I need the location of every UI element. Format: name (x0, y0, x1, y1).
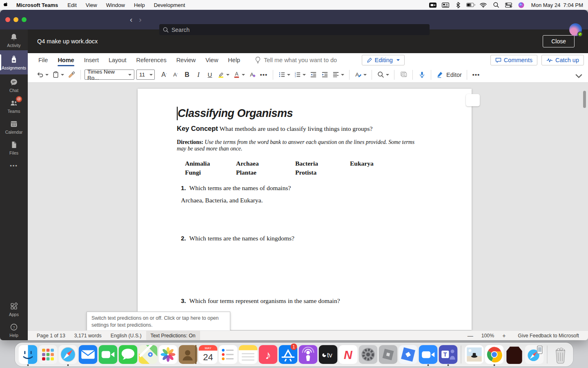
tab-file[interactable]: File (33, 53, 53, 67)
collapse-ribbon-button[interactable] (573, 71, 584, 82)
zoom-out-button[interactable]: — (462, 332, 479, 339)
menu-development[interactable]: Development (149, 2, 190, 8)
bluetooth-icon[interactable] (454, 2, 463, 8)
dock-icon-messages[interactable] (118, 343, 138, 366)
decrease-indent-button[interactable] (308, 69, 318, 81)
numbered-list-button[interactable]: 123 (292, 69, 307, 81)
tab-view[interactable]: View (200, 53, 223, 67)
dock-icon-launchpad[interactable] (38, 343, 58, 366)
tab-review[interactable]: Review (172, 53, 201, 67)
document-page[interactable]: Classifying Organisms Key Concept What m… (138, 89, 472, 330)
dock-icon-maps[interactable] (138, 343, 158, 366)
dock-icon-system-preferences[interactable] (358, 343, 378, 366)
dock-icon-news[interactable]: N (338, 343, 358, 366)
dock-icon-photo-file[interactable] (464, 343, 484, 366)
avatar[interactable]: ✓ (569, 23, 582, 36)
menu-edit[interactable]: Edit (63, 2, 81, 8)
catch-up-button[interactable]: Catch up (541, 55, 584, 65)
control-center-icon[interactable] (504, 2, 513, 8)
word-count[interactable]: 3,171 words (70, 333, 106, 339)
spotlight-search-icon[interactable] (492, 2, 501, 8)
editor-button[interactable]: Editor (435, 69, 463, 81)
menu-help[interactable]: Help (129, 2, 149, 8)
sidebar-item-chat[interactable]: Chat (0, 74, 28, 95)
keyboard-input-icon[interactable] (441, 2, 450, 8)
font-name-combo[interactable]: Times New Ro... (85, 70, 134, 80)
tab-help[interactable]: Help (223, 53, 245, 67)
forward-button[interactable]: › (139, 15, 141, 24)
grow-font-button[interactable]: Aˆ (159, 69, 169, 81)
collapsed-pane-button[interactable] (466, 94, 480, 106)
dock-icon-reminders[interactable] (218, 343, 238, 366)
font-color-button[interactable]: A (232, 69, 246, 81)
dock-icon-safari[interactable] (58, 343, 78, 366)
page-count[interactable]: Page 1 of 13 (32, 333, 70, 339)
search-input[interactable]: Search (159, 24, 430, 35)
bullet-list-button[interactable] (277, 69, 292, 81)
underline-button[interactable]: U (205, 69, 215, 81)
dock-icon-roblox[interactable] (378, 343, 398, 366)
sidebar-item-assignments[interactable]: Assignments (0, 50, 28, 74)
sidebar-item-help[interactable]: ? Help (0, 319, 28, 340)
apple-menu-icon[interactable] (0, 1, 12, 9)
more-font-options-button[interactable]: ••• (258, 69, 269, 81)
find-button[interactable] (376, 69, 390, 81)
dock-icon-trash[interactable] (550, 343, 570, 366)
font-size-combo[interactable]: 11 (136, 70, 155, 80)
alignment-button[interactable] (331, 69, 345, 81)
dock-icon-facetime[interactable] (98, 343, 118, 366)
zoom-level[interactable]: 100% (479, 333, 497, 339)
tab-references[interactable]: References (131, 53, 171, 67)
close-document-button[interactable]: Close (543, 35, 575, 47)
dock-icon-zoom[interactable] (418, 343, 438, 366)
dock-icon-apple-tv[interactable]: tv (318, 343, 338, 366)
tell-me-button[interactable]: Tell me what you want to do (255, 56, 337, 64)
italic-button[interactable]: I (193, 69, 204, 81)
dock-icon-teams[interactable]: T (438, 343, 458, 366)
comments-button[interactable]: Comments (490, 55, 537, 65)
sidebar-item-activity[interactable]: Activity (0, 29, 28, 50)
editing-mode-dropdown[interactable]: Editing (362, 55, 405, 65)
immersive-reader-button[interactable] (398, 69, 409, 81)
zoom-in-button[interactable]: + (497, 332, 511, 339)
sidebar-item-files[interactable]: Files (0, 137, 28, 158)
menu-view[interactable]: View (81, 2, 102, 8)
dock-icon-app-store[interactable]: 1 (278, 343, 298, 366)
more-toolbar-button[interactable]: ••• (471, 69, 481, 81)
undo-button[interactable] (35, 69, 50, 81)
menu-app-name[interactable]: Microsoft Teams (12, 2, 63, 8)
tab-home[interactable]: Home (53, 53, 79, 67)
dock-icon-calendar[interactable]: MAY24 (198, 343, 218, 366)
dock-icon-finder[interactable] (18, 343, 38, 366)
increase-indent-button[interactable] (319, 69, 330, 81)
dock-icon-podcasts[interactable] (298, 343, 318, 366)
wifi-icon[interactable] (479, 2, 488, 8)
sidebar-item-apps[interactable]: Apps (0, 298, 28, 319)
dock-icon-roblox-studio[interactable] (398, 343, 418, 366)
zoom-window-button[interactable] (22, 17, 27, 22)
feedback-link[interactable]: Give Feedback to Microsoft (511, 333, 588, 339)
tab-layout[interactable]: Layout (104, 53, 131, 67)
sidebar-item-calendar[interactable]: Calendar (0, 116, 28, 137)
minimize-window-button[interactable] (13, 17, 18, 22)
dock-icon-notes[interactable] (238, 343, 258, 366)
dock-icon-photos[interactable] (158, 343, 178, 366)
menu-window[interactable]: Window (102, 2, 129, 8)
close-window-button[interactable] (5, 17, 10, 22)
dock-icon-mail[interactable] (78, 343, 98, 366)
shrink-font-button[interactable]: Aˇ (170, 69, 181, 81)
dock-icon-contacts[interactable] (178, 343, 198, 366)
video-status-icon[interactable] (428, 2, 437, 8)
language-indicator[interactable]: English (U.S.) (106, 333, 146, 339)
siri-icon[interactable] (517, 2, 526, 8)
dock-icon-chrome[interactable] (484, 343, 504, 366)
battery-charging-icon[interactable] (466, 2, 475, 8)
paste-button[interactable] (51, 69, 65, 81)
styles-button[interactable]: A (353, 69, 368, 81)
sidebar-more-button[interactable]: ••• (0, 158, 28, 174)
bold-button[interactable]: B (182, 69, 192, 81)
dock-icon-simulator[interactable] (524, 343, 544, 366)
dock-icon-flash[interactable] (504, 343, 524, 366)
back-button[interactable]: ‹ (130, 15, 132, 24)
text-predictions-toggle[interactable]: Text Predictions: On (146, 331, 200, 340)
